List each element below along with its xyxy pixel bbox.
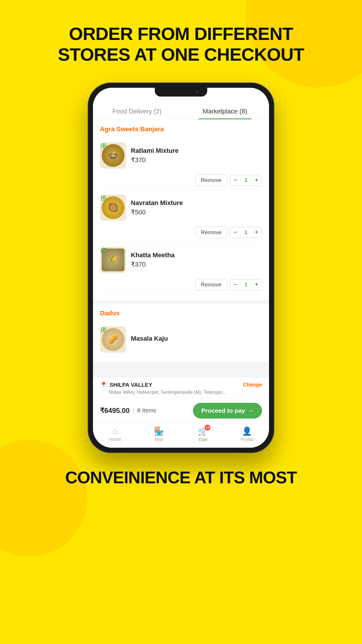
- qty-plus-ratlami[interactable]: +: [251, 175, 262, 186]
- phone-notch: [155, 88, 207, 97]
- address-detail: Shilpa Valley, Hafeezpet, Serilingampall…: [100, 390, 262, 395]
- item-price-navratan: ₹500: [131, 209, 257, 216]
- address-bar: 📍 SHILPA VALLEY Change Shilpa Valley, Ha…: [93, 377, 269, 398]
- qty-minus-khatta[interactable]: −: [230, 279, 241, 290]
- profile-icon: 👤: [242, 426, 252, 436]
- qty-minus-ratlami[interactable]: −: [230, 175, 241, 186]
- phone-screen: Food Delivery (2) Marketplace (8) Agra S…: [93, 88, 269, 448]
- cart-item-khatta: 🌾 Khatta Meetha ₹370 Remove −: [100, 242, 262, 294]
- cart-item-masala: 🥜 Masala Kaju: [100, 322, 262, 356]
- store-agra-sweets: Agra Sweets Banjara 🍲 Ratlami Mixture ₹3…: [93, 120, 269, 300]
- store-name-dadus: Dadus: [100, 309, 262, 317]
- qty-plus-navratan[interactable]: +: [251, 227, 262, 238]
- remove-btn-ratlami[interactable]: Remove: [195, 174, 227, 186]
- item-controls-khatta: Remove − 1 +: [195, 279, 262, 290]
- qty-plus-khatta[interactable]: +: [251, 279, 262, 290]
- arrow-icon: →: [247, 407, 254, 414]
- address-name: SHILPA VALLEY: [110, 382, 152, 388]
- bottom-navigation: ⌂ Home 🏪 Mall 🛒 10 Cart 👤 Profile: [93, 423, 269, 448]
- item-details-navratan: Navratan Mixture ₹500: [126, 199, 262, 216]
- header-section: ORDER FROM DIFFERENT STORES AT ONE CHECK…: [58, 23, 304, 65]
- store-name-agra: Agra Sweets Banjara: [100, 125, 262, 133]
- nav-item-profile[interactable]: 👤 Profile: [225, 426, 269, 442]
- proceed-to-pay-button[interactable]: Proceed to pay →: [193, 403, 262, 419]
- item-name-navratan: Navratan Mixture: [131, 199, 257, 207]
- cart-footer: ₹6495.00 8 Items Proceed to pay →: [93, 398, 269, 423]
- qty-control-ratlami: − 1 +: [230, 175, 262, 186]
- item-img-masala: 🥜: [100, 326, 126, 353]
- item-details-ratlami: Ratlami Mixture ₹370: [126, 147, 262, 164]
- item-details-khatta: Khatta Meetha ₹370: [126, 251, 262, 268]
- footer-section: CONVEINIENCE AT ITS MOST: [65, 468, 297, 487]
- qty-minus-navratan[interactable]: −: [230, 227, 241, 238]
- tab-bar: Food Delivery (2) Marketplace (8): [93, 102, 269, 120]
- total-amount: ₹6495.00: [100, 407, 130, 415]
- nav-item-mall[interactable]: 🏪 Mall: [137, 426, 181, 442]
- location-icon: 📍: [100, 382, 107, 388]
- qty-val-navratan: 1: [241, 229, 251, 236]
- qty-control-khatta: − 1 +: [230, 279, 262, 290]
- total-divider: [133, 407, 134, 414]
- item-name-masala: Masala Kaju: [131, 335, 257, 342]
- veg-indicator: [101, 196, 106, 200]
- item-details-masala: Masala Kaju: [126, 335, 262, 344]
- cart-item-navratan: 🥘 Navratan Mixture ₹500 Remove: [100, 190, 262, 242]
- cart-content: Agra Sweets Banjara 🍲 Ratlami Mixture ₹3…: [93, 120, 269, 377]
- items-count: 8 Items: [137, 407, 157, 414]
- address-left: 📍 SHILPA VALLEY: [100, 382, 152, 388]
- address-row: 📍 SHILPA VALLEY Change: [100, 382, 262, 388]
- cart-count-badge: 10: [205, 425, 210, 430]
- cart-total-section: ₹6495.00 8 Items: [100, 407, 156, 415]
- cart-item-ratlami: 🍲 Ratlami Mixture ₹370 Remove: [100, 138, 262, 190]
- nav-item-home[interactable]: ⌂ Home: [93, 426, 137, 442]
- qty-val-ratlami: 1: [241, 177, 251, 183]
- nav-item-cart[interactable]: 🛒 10 Cart: [181, 426, 225, 442]
- nav-label-profile: Profile: [240, 437, 254, 442]
- item-img-ratlami: 🍲: [100, 142, 126, 169]
- header-line2: STORES AT ONE CHECKOUT: [58, 44, 304, 64]
- change-address-button[interactable]: Change: [243, 382, 262, 388]
- footer-tagline: CONVEINIENCE AT ITS MOST: [65, 468, 297, 487]
- mall-icon: 🏪: [154, 426, 164, 436]
- phone-mockup: Food Delivery (2) Marketplace (8) Agra S…: [88, 83, 274, 453]
- qty-control-navratan: − 1 +: [230, 227, 262, 238]
- veg-indicator: [101, 144, 106, 148]
- item-img-navratan: 🥘: [100, 195, 126, 221]
- veg-indicator: [101, 248, 106, 253]
- cart-badge-wrapper: 🛒 10: [198, 426, 208, 436]
- veg-indicator: [101, 328, 106, 332]
- item-controls-ratlami: Remove − 1 +: [195, 174, 262, 186]
- header-line1: ORDER FROM DIFFERENT: [69, 24, 293, 44]
- store-dadus: Dadus 🥜 Masala Kaju: [93, 304, 269, 362]
- camera-dot: [196, 90, 198, 93]
- tab-food-delivery[interactable]: Food Delivery (2): [93, 102, 181, 119]
- nav-label-home: Home: [109, 437, 121, 442]
- nav-label-cart: Cart: [198, 437, 207, 442]
- nav-label-mall: Mall: [155, 437, 163, 442]
- item-img-khatta: 🌾: [100, 247, 126, 273]
- qty-val-khatta: 1: [241, 281, 251, 288]
- phone-frame: Food Delivery (2) Marketplace (8) Agra S…: [88, 83, 274, 453]
- item-price-khatta: ₹370: [131, 261, 257, 268]
- item-name-khatta: Khatta Meetha: [131, 251, 257, 259]
- item-price-ratlami: ₹370: [131, 156, 257, 164]
- remove-btn-khatta[interactable]: Remove: [195, 279, 227, 290]
- item-controls-navratan: Remove − 1 +: [195, 227, 262, 238]
- item-name-ratlami: Ratlami Mixture: [131, 147, 257, 155]
- tab-marketplace[interactable]: Marketplace (8): [181, 102, 269, 119]
- home-icon: ⌂: [113, 426, 117, 436]
- remove-btn-navratan[interactable]: Remove: [195, 227, 227, 238]
